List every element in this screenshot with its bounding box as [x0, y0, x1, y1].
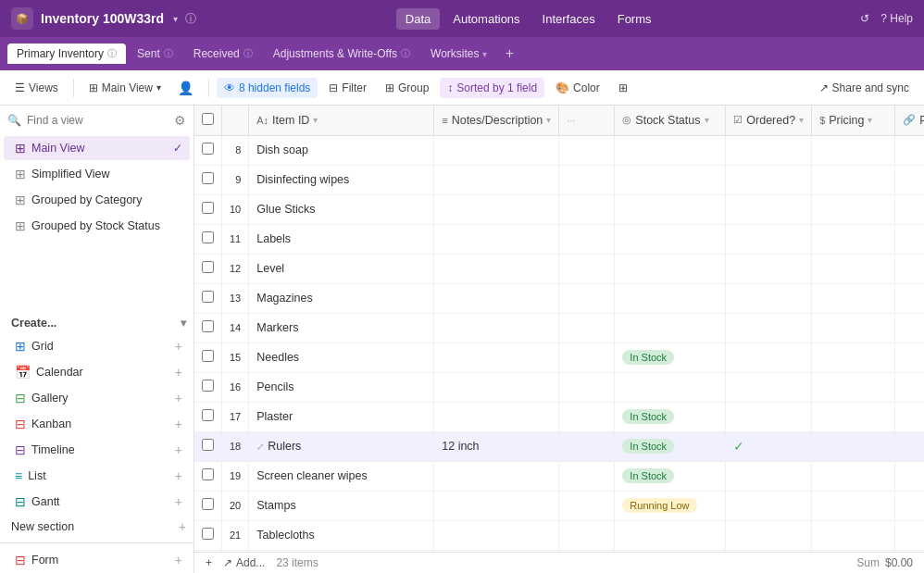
gallery-add-icon[interactable]: + — [175, 391, 182, 405]
sidebar-create-calendar[interactable]: 📅 Calendar + — [4, 360, 190, 384]
row-purchase-link[interactable] — [895, 135, 924, 165]
row-pricing[interactable] — [812, 431, 895, 461]
row-purchase-link[interactable] — [895, 372, 924, 402]
app-info-icon[interactable]: ⓘ — [185, 11, 196, 27]
row-stock-status[interactable]: In Stock — [615, 343, 726, 372]
sidebar-create-gantt[interactable]: ⊟ Gantt + — [4, 490, 190, 514]
row-notes[interactable] — [434, 402, 559, 431]
row-item-id[interactable]: Disinfecting wipes — [249, 165, 434, 194]
row-checkbox[interactable] — [202, 498, 214, 510]
add-tab-button[interactable]: + — [498, 43, 520, 65]
th-pricing[interactable]: $ Pricing ▾ — [812, 106, 895, 135]
th-notes[interactable]: ≡ Notes/Description ▾ — [434, 106, 559, 135]
row-expand-icon[interactable]: ⤢ — [256, 442, 264, 452]
row-pricing[interactable] — [812, 283, 895, 313]
row-stock-status[interactable] — [615, 194, 726, 224]
row-pricing[interactable] — [812, 491, 895, 520]
tab-primary-inventory[interactable]: Primary Inventory ⓘ — [7, 44, 126, 64]
table-row[interactable]: 19Screen cleaner wipesIn Stock — [194, 461, 924, 491]
row-notes[interactable] — [434, 254, 559, 283]
new-section-add-icon[interactable]: + — [179, 519, 186, 534]
row-purchase-link[interactable] — [895, 283, 924, 313]
row-checkbox[interactable] — [202, 409, 214, 421]
row-notes[interactable] — [434, 343, 559, 372]
table-row[interactable]: 9Disinfecting wipes — [194, 165, 924, 194]
th-purchase-link[interactable]: 🔗 Purchase Link ▾ — [895, 106, 924, 135]
row-stock-status[interactable] — [615, 165, 726, 194]
th-item-id[interactable]: A↕ Item ID ▾ — [249, 106, 434, 135]
table-row[interactable]: 15NeedlesIn Stock — [194, 343, 924, 372]
nav-interfaces[interactable]: Interfaces — [533, 8, 605, 30]
row-item-id[interactable]: Markers — [249, 313, 434, 343]
row-pricing[interactable] — [812, 343, 895, 372]
row-stock-status[interactable] — [615, 313, 726, 343]
table-row[interactable]: 11Labels — [194, 224, 924, 254]
row-ordered[interactable] — [726, 402, 812, 431]
row-checkbox[interactable] — [202, 468, 214, 480]
row-pricing[interactable] — [812, 254, 895, 283]
th-ordered[interactable]: ☑ Ordered? ▾ — [726, 106, 812, 135]
tab-worksites[interactable]: Worksites ▾ — [421, 44, 496, 64]
row-checkbox[interactable] — [202, 231, 214, 243]
new-section-row[interactable]: New section + — [0, 515, 194, 539]
help-button[interactable]: ? Help — [880, 12, 913, 25]
row-item-id[interactable]: Needles — [249, 343, 434, 372]
main-view-button[interactable]: ⊞ Main View ▾ — [81, 78, 169, 98]
row-notes[interactable] — [434, 520, 559, 550]
row-stock-status[interactable] — [615, 283, 726, 313]
tab-sent[interactable]: Sent ⓘ — [128, 44, 182, 64]
sidebar-item-main-view[interactable]: ⊞ Main View ✓ — [4, 136, 190, 160]
row-stock-status[interactable] — [615, 520, 726, 550]
filter-button[interactable]: ⊟ Filter — [321, 78, 374, 98]
row-ordered[interactable] — [726, 461, 812, 491]
row-pricing[interactable] — [812, 224, 895, 254]
row-ordered[interactable] — [726, 520, 812, 550]
sidebar-create-grid[interactable]: ⊞ Grid + — [4, 334, 190, 358]
row-stock-status[interactable]: In Stock — [615, 461, 726, 491]
row-ordered[interactable] — [726, 165, 812, 194]
table-row[interactable]: 8Dish soap — [194, 135, 924, 165]
row-ordered[interactable] — [726, 224, 812, 254]
row-pricing[interactable] — [812, 165, 895, 194]
row-purchase-link[interactable] — [895, 520, 924, 550]
layout-button[interactable]: ⊞ — [611, 78, 635, 98]
gantt-add-icon[interactable]: + — [175, 494, 182, 509]
nav-data[interactable]: Data — [396, 8, 440, 30]
nav-automations[interactable]: Automations — [443, 8, 529, 30]
row-stock-status[interactable]: Running Low — [615, 491, 726, 520]
form-add-icon[interactable]: + — [175, 553, 182, 567]
th-hidden[interactable]: ··· — [559, 106, 615, 135]
color-button[interactable]: 🎨 Color — [548, 78, 607, 98]
create-section-header[interactable]: Create... ▾ — [0, 311, 194, 333]
row-notes[interactable] — [434, 372, 559, 402]
row-stock-status[interactable] — [615, 372, 726, 402]
row-item-id[interactable]: Glue Sticks — [249, 194, 434, 224]
search-input[interactable] — [27, 114, 169, 127]
row-stock-status[interactable] — [615, 224, 726, 254]
app-title-arrow[interactable]: ▾ — [173, 14, 178, 24]
row-purchase-link[interactable] — [895, 254, 924, 283]
row-item-id[interactable]: Level — [249, 254, 434, 283]
footer-add-record-button[interactable]: ↗ Add... — [223, 556, 265, 569]
row-ordered[interactable]: ✓ — [726, 431, 812, 461]
row-checkbox[interactable] — [202, 380, 214, 392]
row-item-id[interactable]: ⤢Rulers — [249, 431, 434, 461]
sidebar-create-list[interactable]: ≡ List + — [4, 464, 190, 488]
sidebar-create-kanban[interactable]: ⊟ Kanban + — [4, 412, 190, 436]
row-checkbox[interactable] — [202, 528, 214, 540]
list-add-icon[interactable]: + — [175, 468, 182, 483]
history-button[interactable]: ↺ — [860, 12, 869, 25]
sort-button[interactable]: ↕ Sorted by 1 field — [440, 78, 544, 98]
row-item-id[interactable]: Labels — [249, 224, 434, 254]
sidebar-form[interactable]: ⊟ Form + — [4, 548, 190, 572]
table-row[interactable]: 13Magazines — [194, 283, 924, 313]
group-button[interactable]: ⊞ Group — [378, 78, 436, 98]
row-purchase-link[interactable] — [895, 461, 924, 491]
table-row[interactable]: 16Pencils — [194, 372, 924, 402]
row-purchase-link[interactable] — [895, 402, 924, 431]
tab-adjustments[interactable]: Adjustments & Write-Offs ⓘ — [264, 44, 419, 64]
row-checkbox[interactable] — [202, 202, 214, 214]
calendar-add-icon[interactable]: + — [175, 365, 182, 380]
row-purchase-link[interactable] — [895, 194, 924, 224]
row-ordered[interactable] — [726, 194, 812, 224]
